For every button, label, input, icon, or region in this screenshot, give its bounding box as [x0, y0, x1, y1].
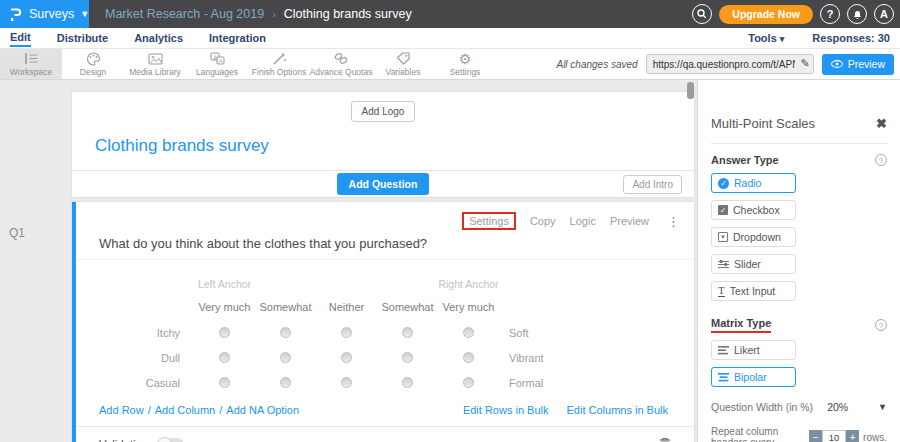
- tab-integration[interactable]: Integration: [209, 30, 266, 46]
- toolbar-item-finish-options[interactable]: Finish Options: [248, 49, 310, 79]
- add-column-link[interactable]: Add Column: [155, 404, 216, 416]
- column-header: Somewhat: [255, 294, 316, 320]
- add-question-button[interactable]: Add Question: [337, 173, 430, 195]
- tab-analytics[interactable]: Analytics: [134, 30, 183, 46]
- delete-question-trash-icon[interactable]: [659, 437, 671, 442]
- add-intro-button[interactable]: Add Intro: [623, 175, 682, 194]
- toolbar-item-variables[interactable]: Variables: [372, 49, 434, 79]
- question-preview-link[interactable]: Preview: [610, 215, 649, 227]
- survey-canvas: Add Logo Clothing brands survey Add Ques…: [72, 92, 694, 442]
- add-na-option-link[interactable]: Add NA Option: [226, 404, 299, 416]
- toolbar-item-languages[interactable]: あA Languages: [186, 49, 248, 79]
- radio-button[interactable]: [341, 352, 352, 363]
- answer-type-radio[interactable]: ✓ Radio: [711, 173, 796, 193]
- finish-options-wand-icon: [272, 51, 287, 66]
- repeat-headers-value[interactable]: 10: [822, 430, 846, 442]
- survey-url-input[interactable]: [646, 54, 814, 74]
- answer-type-text-input[interactable]: T Text Input: [711, 281, 796, 301]
- column-header: Very much: [438, 294, 499, 320]
- matrix-type-label: Matrix Type: [711, 317, 771, 333]
- text-input-icon: T: [718, 285, 725, 297]
- answer-type-checkbox[interactable]: ✓ Checkbox: [711, 200, 796, 220]
- radio-button[interactable]: [463, 327, 474, 338]
- edit-rows-in-bulk-link[interactable]: Edit Rows in Bulk: [463, 404, 549, 416]
- question-copy-link[interactable]: Copy: [530, 215, 556, 227]
- question-settings-link[interactable]: Settings: [462, 212, 516, 230]
- validation-toggle[interactable]: [157, 438, 184, 442]
- workspace-icon: [24, 51, 39, 66]
- upgrade-now-button[interactable]: Upgrade Now: [719, 5, 813, 24]
- add-row-link[interactable]: Add Row: [99, 404, 144, 416]
- breadcrumb-survey: Clothing brands survey: [284, 7, 412, 21]
- answer-type-slider[interactable]: Slider: [711, 254, 796, 274]
- repeat-headers-label: Repeat column headers every: [711, 426, 803, 442]
- toolbar-item-workspace[interactable]: Workspace: [0, 49, 62, 79]
- radio-button[interactable]: [463, 377, 474, 388]
- close-icon[interactable]: ✖: [876, 116, 887, 131]
- radio-button[interactable]: [463, 352, 474, 363]
- radio-button[interactable]: [341, 327, 352, 338]
- radio-button[interactable]: [341, 377, 352, 388]
- radio-button[interactable]: [402, 352, 413, 363]
- surveys-menu[interactable]: Surveys ▼: [0, 0, 89, 28]
- question-width-value: 20%: [827, 401, 848, 413]
- main-area: Q1 Add Logo Clothing brands survey Add Q…: [0, 80, 900, 442]
- answer-type-label: Answer Type: [711, 154, 779, 166]
- preview-button[interactable]: Preview: [822, 54, 894, 75]
- question-width-label: Question Width (in %): [711, 401, 813, 413]
- chevron-down-icon[interactable]: ▼: [878, 402, 887, 412]
- increment-button[interactable]: +: [846, 430, 859, 442]
- radio-button[interactable]: [280, 377, 291, 388]
- question-settings-panel: Multi-Point Scales ✖ Answer Type ? ✓ Rad…: [697, 80, 900, 442]
- notifications-bell-icon[interactable]: [847, 4, 867, 24]
- edit-columns-in-bulk-link[interactable]: Edit Columns in Bulk: [567, 404, 669, 416]
- toolbar-item-advance-quotas[interactable]: Advance Quotas: [310, 49, 372, 79]
- decrement-button[interactable]: −: [809, 430, 822, 442]
- toolbar-item-design[interactable]: Design: [62, 49, 124, 79]
- canvas-scrollbar[interactable]: [687, 82, 694, 202]
- question-logic-link[interactable]: Logic: [570, 215, 596, 227]
- tools-menu[interactable]: Tools ▾: [748, 32, 784, 44]
- radio-button[interactable]: [402, 377, 413, 388]
- surveys-menu-label: Surveys: [29, 7, 74, 21]
- question-text[interactable]: What do you think about the clothes that…: [76, 202, 694, 260]
- validation-label: Validation: [99, 438, 149, 442]
- radio-button[interactable]: [280, 327, 291, 338]
- question-number: Q1: [9, 226, 25, 240]
- responses-count[interactable]: Responses: 30: [812, 32, 890, 44]
- search-icon[interactable]: [692, 4, 712, 24]
- question-width-setting[interactable]: Question Width (in %) 20% ▼: [711, 401, 887, 413]
- radio-button[interactable]: [219, 352, 230, 363]
- toolbar-item-settings[interactable]: ⚙ Settings: [434, 49, 496, 79]
- help-button[interactable]: ?: [820, 4, 840, 24]
- languages-icon: あA: [210, 51, 225, 66]
- radio-button[interactable]: [402, 327, 413, 338]
- chevron-down-icon: ▼: [80, 10, 89, 19]
- answer-type-dropdown[interactable]: ▼ Dropdown: [711, 227, 796, 247]
- help-icon[interactable]: ?: [875, 319, 887, 331]
- radio-button[interactable]: [280, 352, 291, 363]
- radio-button[interactable]: [219, 377, 230, 388]
- settings-gear-icon: ⚙: [459, 51, 472, 66]
- matrix-type-likert[interactable]: Likert: [711, 340, 796, 360]
- breadcrumb-separator: ›: [272, 8, 276, 20]
- breadcrumb-folder[interactable]: Market Research - Aug 2019: [105, 7, 264, 21]
- add-logo-button[interactable]: Add Logo: [351, 101, 416, 122]
- radio-check-icon: ✓: [718, 178, 729, 189]
- toolbar-item-media-library[interactable]: Media Library: [124, 49, 186, 79]
- more-options-icon[interactable]: ⋮: [667, 214, 680, 229]
- tab-edit[interactable]: Edit: [10, 29, 31, 47]
- column-header: Very much: [194, 294, 255, 320]
- avatar[interactable]: A: [874, 4, 894, 24]
- nav-bar: Edit Distribute Analytics Integration To…: [0, 28, 900, 48]
- help-icon[interactable]: ?: [875, 154, 887, 166]
- edit-url-pencil-icon[interactable]: ✎: [800, 57, 809, 70]
- row-right-label: Vibrant: [499, 345, 589, 370]
- survey-title[interactable]: Clothing brands survey: [72, 122, 694, 170]
- question-card: Settings Copy Logic Preview ⋮ What do yo…: [72, 202, 694, 442]
- questionpro-logo-icon: [8, 6, 23, 22]
- matrix-type-bipolar[interactable]: Bipolar: [711, 367, 796, 387]
- left-anchor-label: Left Anchor: [194, 274, 255, 294]
- radio-button[interactable]: [219, 327, 230, 338]
- tab-distribute[interactable]: Distribute: [57, 30, 108, 46]
